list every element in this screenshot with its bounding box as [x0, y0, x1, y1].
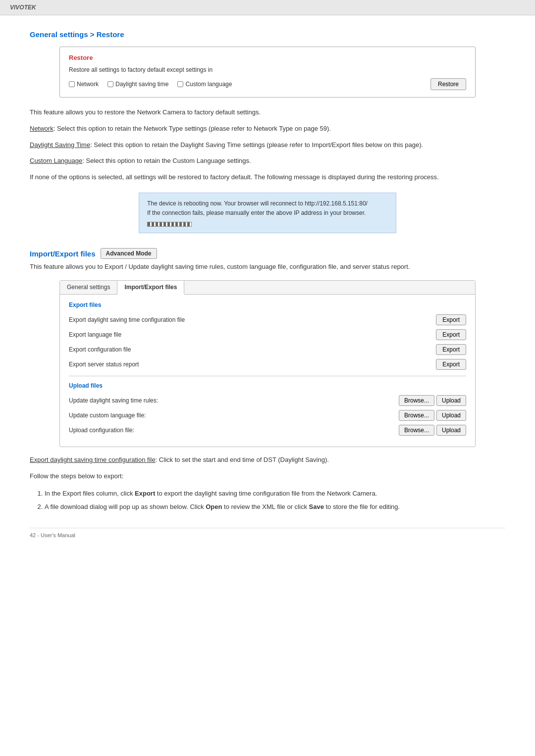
lower-body-export-desc: Export daylight saving time configuratio…	[30, 455, 505, 465]
upload-btns-3: Browse... Upload	[399, 425, 466, 436]
tab-general-settings[interactable]: General settings	[60, 281, 117, 294]
restore-option-custom-language: Custom language	[177, 81, 232, 88]
export-label-3: Export configuration file	[69, 346, 436, 353]
top-bar: VIVOTEK	[0, 0, 535, 15]
upload-row-1: Update daylight saving time rules: Brows…	[69, 395, 466, 406]
export-button-4[interactable]: Export	[436, 359, 466, 370]
body-para-5: If none of the options is selected, all …	[30, 172, 505, 183]
daylight-para-rest: : Select this option to retain the Dayli…	[90, 141, 423, 149]
export-row-4: Export server status report Export	[69, 359, 466, 370]
browse-button-2[interactable]: Browse...	[399, 410, 434, 421]
daylight-checkbox[interactable]	[107, 81, 113, 87]
upload-button-3[interactable]: Upload	[436, 425, 466, 436]
panel-box: General settings Import/Export files Exp…	[59, 280, 476, 447]
restore-option-daylight: Daylight saving time	[107, 81, 168, 88]
network-label: Network	[77, 81, 99, 88]
daylight-underline: Daylight Saving Time	[30, 141, 90, 149]
info-line2: If the connection fails, please manually…	[147, 208, 388, 218]
body-para-4: Custom Language: Select this option to r…	[30, 156, 505, 166]
restore-button[interactable]: Restore	[430, 78, 466, 90]
step2-bold-open: Open	[206, 503, 222, 510]
body-para-2: Network: Select this option to retain th…	[30, 124, 505, 134]
import-export-section-title: Import/Export files Advanced Mode	[30, 248, 505, 259]
body-para-3: Daylight Saving Time: Select this option…	[30, 140, 505, 151]
network-underline: Network	[30, 125, 54, 132]
upload-btns-2: Browse... Upload	[399, 410, 466, 421]
browse-button-3[interactable]: Browse...	[399, 425, 434, 436]
custom-language-label: Custom language	[185, 81, 232, 88]
restore-box: Restore Restore all settings to factory …	[59, 47, 476, 98]
export-label-2: Export language file	[69, 331, 436, 338]
upload-label-3: Upload configuration file:	[69, 427, 399, 434]
upload-row-3: Upload configuration file: Browse... Upl…	[69, 425, 466, 436]
import-export-desc: This feature allows you to Export / Upda…	[30, 262, 505, 272]
restore-box-title: Restore	[69, 54, 466, 61]
info-box: The device is rebooting now. Your browse…	[139, 193, 396, 233]
step-2: A file download dialog will pop up as sh…	[45, 501, 505, 512]
import-export-title-text: Import/Export files	[30, 250, 96, 258]
restore-description: Restore all settings to factory default …	[69, 66, 466, 73]
upload-button-1[interactable]: Upload	[436, 395, 466, 406]
network-para-rest: : Select this option to retain the Netwo…	[54, 125, 331, 132]
export-row-3: Export configuration file Export	[69, 344, 466, 355]
custom-language-checkbox[interactable]	[177, 81, 183, 87]
info-line1: The device is rebooting now. Your browse…	[147, 199, 388, 208]
export-dst-underline: Export daylight saving time configuratio…	[30, 456, 156, 463]
upload-label-2: Update custom language file:	[69, 412, 399, 419]
custom-lang-para-rest: : Select this option to retain the Custo…	[82, 157, 251, 164]
export-row-1: Export daylight saving time configuratio…	[69, 314, 466, 325]
step2-bold-save: Save	[309, 503, 324, 510]
upload-button-2[interactable]: Upload	[436, 410, 466, 421]
panel-tabs: General settings Import/Export files	[60, 281, 475, 295]
upload-btns-1: Browse... Upload	[399, 395, 466, 406]
progress-bar-area	[147, 222, 388, 227]
export-label-1: Export daylight saving time configuratio…	[69, 316, 436, 323]
panel-divider	[69, 376, 466, 376]
export-row-2: Export language file Export	[69, 329, 466, 340]
body-para-1: This feature allows you to restore the N…	[30, 107, 505, 118]
follow-steps-text: Follow the steps below to export:	[30, 471, 505, 482]
export-label-4: Export server status report	[69, 361, 436, 368]
export-dst-rest: : Click to set the start and end time of…	[156, 456, 329, 463]
steps-list: In the Export files column, click Export…	[45, 488, 505, 513]
export-section-title: Export files	[69, 302, 466, 308]
brand-label: VIVOTEK	[10, 4, 36, 11]
step-1: In the Export files column, click Export…	[45, 488, 505, 499]
export-button-3[interactable]: Export	[436, 344, 466, 355]
tab-import-export[interactable]: Import/Export files	[117, 281, 184, 295]
restore-btn-area: Restore	[430, 78, 466, 90]
restore-options-row: Network Daylight saving time Custom lang…	[69, 78, 466, 90]
browse-button-1[interactable]: Browse...	[399, 395, 434, 406]
daylight-label: Daylight saving time	[115, 81, 168, 88]
page-content: General settings > Restore Restore Resto…	[0, 15, 535, 558]
network-checkbox[interactable]	[69, 81, 75, 87]
advanced-mode-button[interactable]: Advanced Mode	[101, 248, 157, 259]
custom-lang-underline: Custom Language	[30, 157, 82, 164]
export-button-2[interactable]: Export	[436, 329, 466, 340]
restore-option-network: Network	[69, 81, 99, 88]
step1-bold-export: Export	[135, 490, 155, 497]
upload-section-title: Upload files	[69, 382, 466, 389]
section-title: General settings > Restore	[30, 30, 505, 39]
footer: 42 - User's Manual	[30, 528, 505, 538]
export-button-1[interactable]: Export	[436, 314, 466, 325]
upload-label-1: Update daylight saving time rules:	[69, 397, 399, 404]
panel-inner: Export files Export daylight saving time…	[60, 295, 475, 447]
upload-row-2: Update custom language file: Browse... U…	[69, 410, 466, 421]
progress-bar	[147, 222, 192, 227]
